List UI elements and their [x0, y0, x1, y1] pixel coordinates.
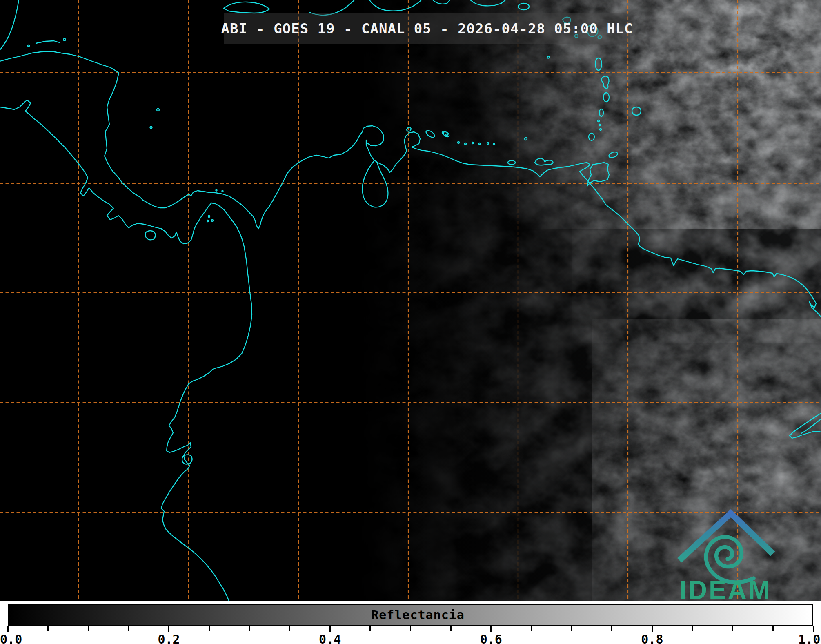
goes-satellite-product: IDEAM ABI - GOES 19 - CANAL 05 - 2026-04…	[0, 0, 821, 644]
colorbar-tick-label: 0.0	[0, 632, 22, 644]
colorbar-tick-label: 0.8	[641, 632, 663, 644]
colorbar-label: Reflectancia	[371, 608, 465, 622]
colorbar-minor-tick	[249, 626, 250, 631]
colorbar-minor-tick	[128, 626, 129, 631]
colorbar-minor-tick	[88, 626, 89, 631]
title-banner: ABI - GOES 19 - CANAL 05 - 2026-04-28 05…	[224, 13, 630, 44]
colorbar-tick-label: 0.4	[319, 632, 341, 644]
colorbar-minor-tick	[732, 626, 733, 631]
map-canvas: IDEAM	[0, 0, 821, 601]
colorbar-tick-label: 0.6	[480, 632, 502, 644]
colorbar-minor-tick	[410, 626, 411, 631]
product-title: ABI - GOES 19 - CANAL 05 - 2026-04-28 05…	[221, 20, 633, 37]
colorbar-tick-label: 1.0	[798, 632, 820, 644]
colorbar-ticks	[8, 626, 813, 632]
colorbar-major-tick	[652, 626, 653, 632]
colorbar-minor-tick	[369, 626, 371, 631]
ideam-logo-text: IDEAM	[679, 575, 772, 601]
cloud-field	[359, 0, 821, 601]
colorbar-minor-tick	[772, 626, 774, 631]
colorbar-major-tick	[168, 626, 169, 632]
colorbar-minor-tick	[611, 626, 612, 631]
colorbar-major-tick	[813, 626, 814, 632]
colorbar-minor-tick	[289, 626, 290, 631]
colorbar-tick-labels: 0.00.20.40.60.81.0	[8, 632, 813, 644]
colorbar-minor-tick	[450, 626, 452, 631]
colorbar-minor-tick	[531, 626, 532, 631]
satellite-map: IDEAM ABI - GOES 19 - CANAL 05 - 2026-04…	[0, 0, 821, 601]
colorbar-minor-tick	[692, 626, 693, 631]
colorbar-minor-tick	[571, 626, 572, 631]
colorbar-major-tick	[7, 626, 9, 632]
colorbar-minor-tick	[47, 626, 49, 631]
colorbar-minor-tick	[209, 626, 210, 631]
reflectance-colorbar: Reflectancia	[8, 604, 813, 626]
colorbar-major-tick	[329, 626, 331, 632]
colorbar-tick-label: 0.2	[158, 632, 180, 644]
colorbar-panel: Reflectancia 0.00.20.40.60.81.0	[0, 601, 821, 644]
colorbar-major-tick	[490, 626, 492, 632]
